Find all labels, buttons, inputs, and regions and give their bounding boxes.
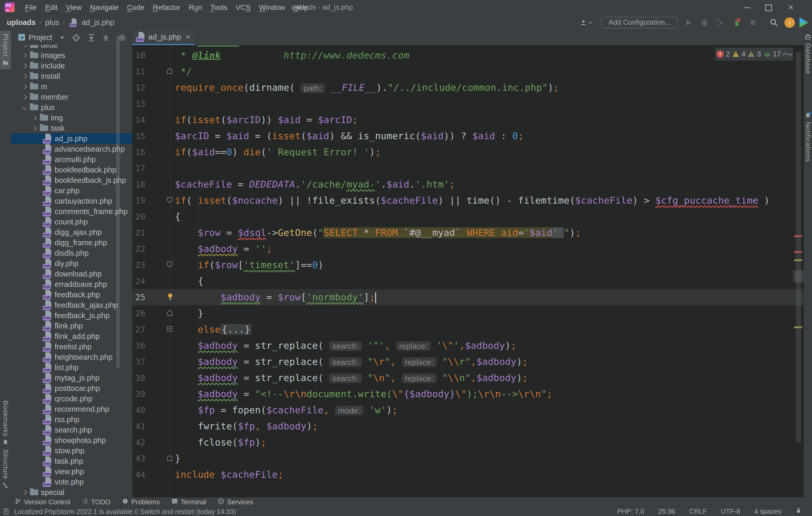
- fold-marker-icon[interactable]: [166, 325, 173, 334]
- sidebar-item-notifications[interactable]: Notifications: [804, 112, 812, 162]
- tree-file-erraddsave.php[interactable]: PHPerraddsave.php: [11, 279, 132, 290]
- chevron-down-icon[interactable]: [22, 105, 27, 110]
- sidebar-item-structure[interactable]: Structure: [0, 449, 11, 488]
- tree-file-vote.php[interactable]: PHPvote.php: [11, 477, 132, 487]
- tree-file-heightsearch.php[interactable]: PHPheightsearch.php: [11, 352, 132, 362]
- next-problem-icon[interactable]: [788, 51, 792, 56]
- tree-file-task.php[interactable]: PHPtask.php: [11, 456, 132, 466]
- run-icon[interactable]: [683, 17, 694, 28]
- tree-file-count.php[interactable]: PHPcount.php: [11, 217, 132, 227]
- stop-icon[interactable]: [747, 17, 759, 28]
- code-line-38[interactable]: 38 $adbody = str_replace( search: "\n", …: [132, 370, 804, 386]
- tree-file-arcmulti.php[interactable]: PHParcmulti.php: [11, 154, 132, 164]
- tree-file-carbuyaction.php[interactable]: PHPcarbuyaction.php: [11, 196, 132, 206]
- tree-file-posttocar.php[interactable]: PHPposttocar.php: [11, 383, 132, 394]
- prev-problem-icon[interactable]: [782, 53, 787, 57]
- chevron-right-icon[interactable]: [22, 63, 27, 68]
- tree-folder-img[interactable]: img: [11, 113, 132, 123]
- chevron-down-icon[interactable]: [60, 37, 64, 39]
- editor-scrollbar[interactable]: [796, 52, 801, 442]
- tree-file-disdls.php[interactable]: PHPdisdls.php: [11, 248, 132, 258]
- tree-file-feedback.php[interactable]: PHPfeedback.php: [11, 290, 132, 300]
- code-line-15[interactable]: 15$arcID = $aid = (isset($aid) && is_num…: [132, 128, 804, 144]
- code-line-20[interactable]: 20{: [132, 209, 804, 225]
- code-line-21[interactable]: 21 $row = $dsql->GetOne("SELECT * FROM `…: [132, 225, 804, 241]
- tree-file-list.php[interactable]: PHPlist.php: [11, 362, 132, 373]
- intention-bulb-icon[interactable]: [166, 293, 174, 302]
- tree-folder-member[interactable]: member: [11, 92, 132, 102]
- locate-file-icon[interactable]: [72, 33, 81, 42]
- code-line-13[interactable]: 13: [132, 96, 804, 112]
- code-line-19[interactable]: 19if( isset($nocache) || !file_exists($c…: [132, 192, 804, 209]
- menu-tools[interactable]: Tools: [206, 3, 231, 12]
- menu-window[interactable]: Window: [255, 3, 289, 12]
- status-message[interactable]: Localized PhpStorm 2022.1 is available /…: [14, 508, 236, 516]
- chevron-right-icon[interactable]: [22, 95, 27, 99]
- code-line-36[interactable]: 36 $adbody = str_replace( search: '"', r…: [132, 338, 804, 354]
- chevron-right-icon[interactable]: [22, 84, 27, 89]
- tree-file-view.php[interactable]: PHPview.php: [11, 466, 132, 477]
- tree-file-qrcode.php[interactable]: PHPqrcode.php: [11, 394, 132, 404]
- tree-folder-dede[interactable]: dede: [11, 45, 132, 50]
- code-line-18[interactable]: 18$cacheFile = DEDEDATA.'/cache/myad-'.$…: [132, 176, 804, 192]
- lock-icon[interactable]: [795, 507, 802, 516]
- chevron-right-icon[interactable]: [22, 74, 27, 79]
- tree-file-rss.php[interactable]: PHPrss.php: [11, 414, 132, 425]
- menu-view[interactable]: View: [62, 3, 86, 12]
- fold-marker-icon[interactable]: [166, 309, 173, 317]
- menu-refactor[interactable]: Refactor: [149, 3, 184, 12]
- search-everywhere-icon[interactable]: [768, 17, 780, 28]
- tree-folder-install[interactable]: install: [11, 71, 132, 82]
- code-line-24[interactable]: 24 {: [132, 273, 804, 289]
- user-profile-icon[interactable]: [580, 17, 591, 28]
- close-button[interactable]: ×: [784, 3, 798, 12]
- code-line-23[interactable]: 23 if($row['timeset']==0): [132, 257, 804, 273]
- code-line-10[interactable]: 10 * @link http://www.dedecms.com: [132, 47, 804, 63]
- menu-vcs[interactable]: VCS: [232, 3, 255, 12]
- tree-file-digg_ajax.php[interactable]: PHPdigg_ajax.php: [11, 227, 132, 238]
- tree-folder-include[interactable]: include: [11, 61, 132, 71]
- status-item[interactable]: PHP: 7.0: [617, 508, 644, 515]
- tree-file-flink.php[interactable]: PHPflink.php: [11, 321, 132, 331]
- fold-marker-icon[interactable]: [166, 454, 173, 463]
- sidebar-item-bookmarks[interactable]: Bookmarks: [0, 400, 11, 446]
- toolwindow-button-terminal[interactable]: Terminal: [171, 498, 206, 506]
- code-line-22[interactable]: 22 $adbody = '';: [132, 241, 804, 257]
- menu-code[interactable]: Code: [123, 3, 149, 12]
- code-line-14[interactable]: 14if(isset($arcID)) $aid = $arcID;: [132, 112, 804, 128]
- code-line-42[interactable]: 42 fclose($fp);: [132, 434, 804, 451]
- tree-file-comments_frame.php[interactable]: PHPcomments_frame.php: [11, 206, 132, 217]
- tree-folder-images[interactable]: images: [11, 50, 132, 61]
- tree-folder-special[interactable]: special: [11, 487, 132, 497]
- tree-folder-plus[interactable]: plus: [11, 102, 132, 113]
- run-with-coverage-icon[interactable]: [715, 17, 726, 28]
- menu-edit[interactable]: Edit: [41, 3, 62, 12]
- tree-file-search.php[interactable]: PHPsearch.php: [11, 425, 132, 435]
- event-log-icon[interactable]: [3, 508, 9, 516]
- code-line-16[interactable]: 16if($aid==0) die(' Request Error! ');: [132, 144, 804, 160]
- warning-stripe-mark[interactable]: [794, 326, 802, 328]
- breadcrumb-item[interactable]: plus: [45, 18, 59, 27]
- tree-file-mytag_js.php[interactable]: PHPmytag_js.php: [11, 373, 132, 383]
- error-stripe-mark[interactable]: [794, 235, 802, 237]
- attach-debugger-icon[interactable]: [731, 17, 743, 28]
- breadcrumb-file[interactable]: ad_js.php: [82, 18, 115, 27]
- tree-file-showphoto.php[interactable]: PHPshowphoto.php: [11, 435, 132, 446]
- menu-file[interactable]: File: [21, 3, 41, 12]
- tree-file-recommend.php[interactable]: PHPrecommend.php: [11, 404, 132, 414]
- code-line-37[interactable]: 37 $adbody = str_replace( search: "\r", …: [132, 354, 804, 370]
- tree-scrollbar[interactable]: [116, 36, 120, 368]
- chevron-right-icon[interactable]: [22, 490, 27, 495]
- ide-events-icon[interactable]: [800, 18, 808, 28]
- fold-marker-icon[interactable]: [166, 67, 173, 76]
- breadcrumb-item[interactable]: uploads: [7, 18, 36, 27]
- tree-file-diy.php[interactable]: PHPdiy.php: [11, 258, 132, 269]
- fold-marker-icon[interactable]: [166, 196, 173, 205]
- tree-folder-task[interactable]: task: [11, 123, 132, 133]
- code-line-43[interactable]: 43}: [132, 451, 804, 466]
- code-line-40[interactable]: 40 $fp = fopen($cacheFile, mode: 'w');: [132, 402, 804, 418]
- tree-folder-m[interactable]: m: [11, 82, 132, 92]
- warning-stripe-mark[interactable]: [794, 259, 802, 261]
- status-item[interactable]: CRLF: [689, 508, 707, 515]
- tree-file-car.php[interactable]: PHPcar.php: [11, 185, 132, 196]
